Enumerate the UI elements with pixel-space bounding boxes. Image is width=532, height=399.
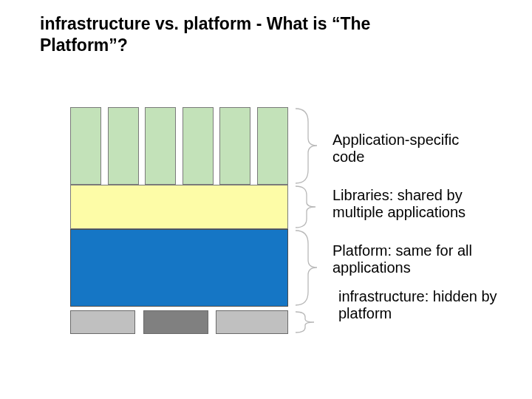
label-applications: Application-specific code [332,132,495,166]
label-platform: Platform: same for all applications [332,242,495,276]
libraries-layer [70,185,288,229]
slide-title: infrastructure vs. platform - What is “T… [40,13,424,56]
infra-block [216,310,288,334]
app-bar [183,107,214,185]
platform-layer [70,229,288,307]
app-bar [257,107,288,185]
infra-block [143,310,208,334]
infrastructure-layer [70,310,288,334]
layer-diagram [70,107,288,336]
app-bar [145,107,176,185]
infra-block [70,310,135,334]
brace-icon [292,185,321,229]
applications-layer [70,107,288,185]
label-libraries: Libraries: shared by multiple applicatio… [332,187,502,221]
brace-icon [292,310,321,334]
app-bar [219,107,250,185]
app-bar [70,107,101,185]
label-infrastructure: infrastructure: hidden by platform [338,288,501,322]
brace-icon [292,107,321,185]
brace-icon [292,229,321,307]
app-bar [108,107,139,185]
